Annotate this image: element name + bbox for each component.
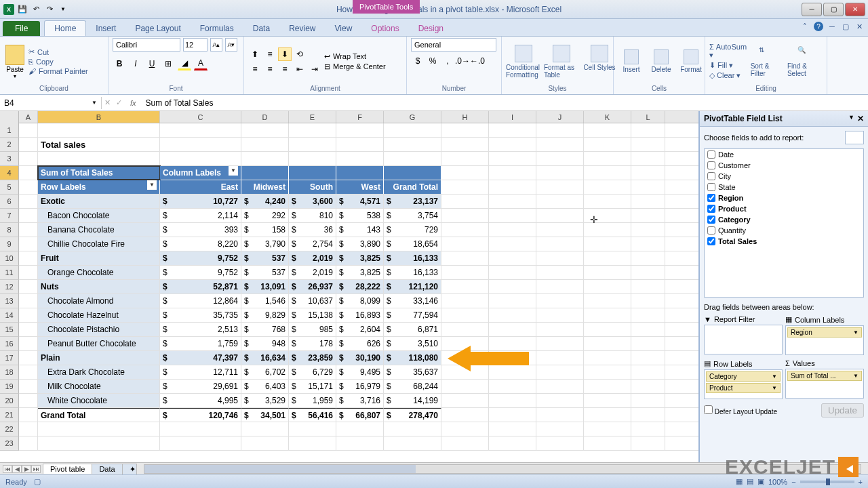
cell[interactable] — [441, 280, 489, 293]
cell[interactable]: White Chocolate — [38, 394, 160, 407]
row-header-2[interactable]: 2 — [0, 138, 19, 152]
row-header-4[interactable]: 4 — [0, 166, 19, 180]
cell[interactable] — [441, 223, 489, 237]
col-header-H[interactable]: H — [441, 111, 489, 123]
cell[interactable] — [584, 380, 631, 393]
cell[interactable] — [384, 422, 441, 436]
cell[interactable]: $16,979 — [336, 380, 384, 393]
cell[interactable] — [631, 195, 665, 208]
cell[interactable] — [19, 337, 38, 350]
name-box[interactable]: B4▼ — [0, 97, 102, 109]
cell[interactable]: $143 — [336, 223, 384, 237]
cell[interactable]: $10,637 — [289, 294, 336, 308]
cell[interactable] — [441, 323, 489, 336]
cell[interactable] — [489, 123, 536, 137]
cell[interactable]: $3,529 — [241, 394, 289, 407]
cell[interactable] — [19, 237, 38, 251]
cell[interactable]: $1,759 — [160, 337, 241, 350]
row-header-10[interactable]: 10 — [0, 251, 19, 266]
cell[interactable] — [19, 266, 38, 279]
cell[interactable]: Row Labels ▼ — [38, 180, 160, 194]
cell[interactable] — [584, 394, 631, 407]
cell[interactable] — [489, 422, 536, 436]
cell[interactable] — [441, 266, 489, 279]
cell[interactable]: Sum of Total Sales — [38, 166, 160, 180]
cell[interactable] — [489, 380, 536, 393]
tab-page-layout[interactable]: Page Layout — [125, 21, 190, 36]
field-item-total-sales[interactable]: Total Sales — [705, 236, 863, 247]
cell[interactable] — [584, 251, 631, 265]
row-header-3[interactable]: 3 — [0, 152, 19, 166]
cell[interactable] — [631, 166, 665, 180]
field-item-customer[interactable]: Customer — [705, 160, 863, 171]
cell[interactable] — [584, 294, 631, 308]
cell[interactable]: $278,470 — [384, 408, 441, 422]
increase-indent-icon[interactable]: ⇥ — [308, 62, 321, 76]
cell[interactable]: $292 — [241, 209, 289, 222]
cell[interactable] — [19, 394, 38, 407]
field-item-region[interactable]: Region — [705, 192, 863, 203]
cell[interactable]: $16,634 — [241, 351, 289, 365]
cell[interactable]: $2,604 — [336, 323, 384, 336]
panel-close-icon[interactable]: ✕ — [857, 114, 864, 123]
cell[interactable] — [441, 209, 489, 222]
area-chip[interactable]: Product▼ — [706, 383, 781, 393]
cell[interactable] — [631, 138, 665, 151]
zoom-out-icon[interactable]: − — [791, 478, 795, 486]
decrease-indent-icon[interactable]: ⇤ — [293, 62, 307, 76]
align-left-icon[interactable]: ≡ — [248, 62, 262, 76]
cell[interactable] — [489, 308, 536, 322]
paste-button[interactable]: Paste ▼ — [4, 43, 26, 80]
cell[interactable]: $18,654 — [384, 237, 441, 251]
cell[interactable] — [19, 209, 38, 222]
comma-icon[interactable]: , — [441, 54, 454, 68]
cell[interactable]: $77,594 — [384, 308, 441, 322]
cell[interactable] — [336, 422, 384, 436]
col-header-A[interactable]: A — [19, 111, 38, 123]
cell[interactable] — [631, 237, 665, 251]
cell[interactable]: Total sales — [38, 138, 160, 151]
cell[interactable]: $16,133 — [384, 266, 441, 279]
cell[interactable]: West — [336, 180, 384, 194]
row-header-14[interactable]: 14 — [0, 308, 19, 323]
row-header-5[interactable]: 5 — [0, 180, 19, 195]
cell[interactable] — [38, 422, 160, 436]
excel-app-icon[interactable]: X — [3, 3, 15, 16]
row-header-6[interactable]: 6 — [0, 195, 19, 209]
cell[interactable] — [19, 422, 38, 436]
decrease-font-icon[interactable]: A▾ — [225, 38, 237, 52]
cell[interactable] — [631, 180, 665, 194]
align-middle-icon[interactable]: ≡ — [263, 47, 277, 61]
cell[interactable]: Banana Chocolate — [38, 223, 160, 237]
cell[interactable]: $13,091 — [241, 280, 289, 293]
cell[interactable] — [631, 209, 665, 222]
cell[interactable] — [584, 237, 631, 251]
field-item-date[interactable]: Date — [705, 149, 863, 160]
cell[interactable]: $16,893 — [336, 308, 384, 322]
cancel-formula-icon[interactable]: ✕ — [102, 98, 113, 107]
cell[interactable] — [19, 308, 38, 322]
cell[interactable] — [631, 422, 665, 436]
cell[interactable] — [289, 166, 336, 180]
cell[interactable] — [489, 152, 536, 165]
cell[interactable]: $3,825 — [336, 266, 384, 279]
cell[interactable]: $2,019 — [289, 266, 336, 279]
cell[interactable]: Grand Total — [384, 180, 441, 194]
cell[interactable] — [19, 436, 38, 450]
field-item-quantity[interactable]: Quantity — [705, 225, 863, 236]
wrap-text-button[interactable]: ↩Wrap Text — [324, 52, 386, 61]
cell[interactable] — [160, 123, 241, 137]
cell[interactable] — [441, 180, 489, 194]
cell[interactable] — [536, 380, 584, 393]
cell[interactable] — [241, 436, 289, 450]
cell[interactable]: $3,510 — [384, 337, 441, 350]
redo-icon[interactable]: ↷ — [43, 3, 56, 16]
close-button[interactable]: ✕ — [845, 3, 865, 16]
cell[interactable]: $56,416 — [289, 408, 336, 422]
cell[interactable] — [584, 123, 631, 137]
cell[interactable] — [489, 365, 536, 379]
cell[interactable] — [489, 223, 536, 237]
cell[interactable]: $28,222 — [336, 280, 384, 293]
zoom-in-icon[interactable]: + — [859, 478, 863, 486]
row-header-11[interactable]: 11 — [0, 266, 19, 280]
